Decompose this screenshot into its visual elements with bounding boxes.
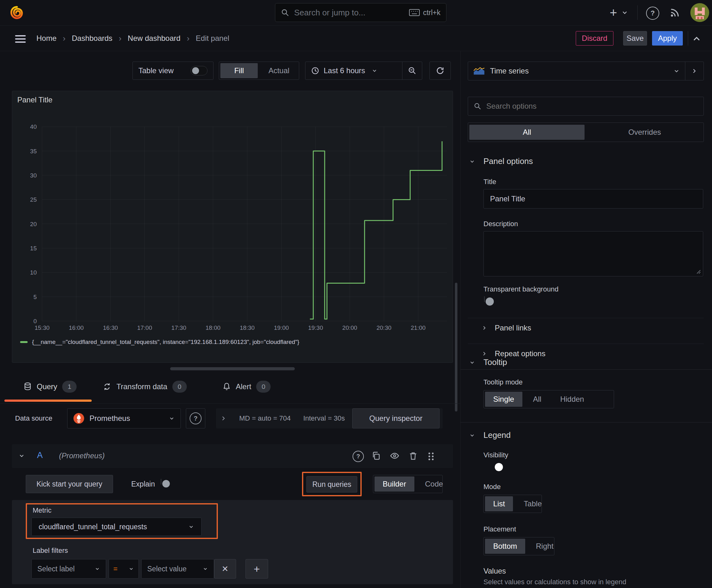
tooltip-header[interactable]: Tooltip	[469, 357, 507, 367]
panel-options-header[interactable]: Panel options	[469, 156, 533, 166]
database-icon	[24, 382, 32, 391]
tooltip-heading: Tooltip	[483, 357, 507, 367]
legend-mode-table[interactable]: Table	[516, 496, 550, 511]
add-menu-chevron[interactable]	[621, 9, 628, 16]
search-input[interactable]	[294, 7, 405, 18]
time-series-chart[interactable]: 051015202530354015:3016:0016:3017:0017:3…	[12, 91, 453, 362]
tab-query[interactable]: Query 1	[24, 381, 77, 393]
metric-label: Metric	[33, 506, 51, 514]
operator-dropdown[interactable]: =	[109, 559, 139, 579]
apply-button[interactable]: Apply	[652, 31, 683, 45]
query-inspector-button[interactable]: Query inspector	[352, 408, 439, 428]
user-avatar[interactable]	[690, 3, 709, 22]
add-filter-button[interactable]: +	[245, 559, 268, 579]
tooltip-mode-single[interactable]: Single	[485, 392, 522, 407]
refresh-button[interactable]	[429, 62, 451, 80]
options-search[interactable]	[468, 97, 704, 115]
fill-option[interactable]: Fill	[220, 63, 258, 78]
query-ref-id[interactable]: A	[37, 450, 43, 460]
filter-tab-all[interactable]: All	[469, 125, 585, 140]
save-button[interactable]: Save	[623, 31, 647, 45]
toggle-query-visibility-button[interactable]	[390, 451, 400, 460]
legend-placement-label: Placement	[483, 525, 516, 533]
tooltip-mode-hidden[interactable]: Hidden	[552, 392, 592, 407]
select-label-placeholder: Select label	[37, 565, 94, 573]
time-range-picker[interactable]: Last 6 hours	[305, 66, 402, 75]
description-label: Description	[483, 220, 518, 228]
toggle-knob	[486, 297, 494, 306]
svg-text:18:00: 18:00	[206, 324, 221, 331]
select-value-dropdown[interactable]: Select value	[141, 559, 214, 579]
kickstart-query-button[interactable]: Kick start your query	[26, 475, 113, 493]
nav-divider	[688, 31, 688, 45]
visualization-select[interactable]: Time series	[468, 67, 685, 76]
panel-options-heading: Panel options	[483, 156, 533, 166]
global-search[interactable]: ctrl+k	[275, 3, 447, 22]
news-button[interactable]	[669, 7, 680, 18]
datasource-help-button[interactable]: ?	[186, 408, 205, 428]
svg-text:20: 20	[30, 221, 37, 227]
run-queries-button[interactable]: Run queries	[306, 476, 357, 492]
query-help-button[interactable]: ?	[352, 451, 364, 462]
help-button[interactable]: ?	[646, 6, 659, 20]
legend-item[interactable]: {__name__="cloudflared_tunnel_total_requ…	[20, 339, 299, 345]
grafana-app: ctrl+k + ?	[0, 0, 712, 588]
breadcrumb-home[interactable]: Home	[37, 34, 57, 43]
svg-text:35: 35	[30, 148, 37, 154]
query-row-header: A (Prometheus) ?	[12, 444, 453, 468]
svg-text:10: 10	[30, 269, 37, 276]
filter-tab-overrides[interactable]: Overrides	[587, 125, 702, 140]
viz-suggestions-button[interactable]	[685, 62, 704, 80]
grafana-logo[interactable]	[9, 5, 24, 20]
trash-icon	[408, 451, 418, 460]
explain-toggle[interactable]	[161, 479, 161, 485]
copy-icon	[371, 451, 381, 460]
query-collapse-button[interactable]	[18, 452, 25, 459]
builder-option[interactable]: Builder	[374, 477, 414, 491]
svg-text:18:30: 18:30	[240, 324, 255, 331]
delete-query-button[interactable]	[408, 451, 418, 460]
legend-placement-right[interactable]: Right	[528, 539, 562, 554]
tab-alert[interactable]: Alert 0	[222, 381, 271, 393]
builder-code-control: Builder Code	[373, 475, 443, 493]
legend-mode-list[interactable]: List	[485, 496, 513, 511]
panel-resize-handle[interactable]	[170, 367, 295, 370]
select-label-dropdown[interactable]: Select label	[31, 559, 106, 579]
rss-icon	[669, 7, 680, 18]
metric-select[interactable]: cloudflared_tunnel_total_requests	[31, 518, 201, 536]
code-option[interactable]: Code	[417, 477, 451, 491]
legend-header[interactable]: Legend	[469, 430, 511, 440]
description-textarea[interactable]	[483, 231, 703, 276]
metric-value: cloudflared_tunnel_total_requests	[39, 523, 188, 531]
tab-transform[interactable]: Transform data 0	[103, 381, 187, 393]
main-scrollbar[interactable]	[455, 283, 457, 412]
resize-handle-icon[interactable]	[696, 269, 701, 274]
legend-heading: Legend	[483, 430, 511, 440]
actual-option[interactable]: Actual	[260, 63, 298, 78]
avatar-image	[690, 3, 709, 22]
menu-toggle-button[interactable]	[15, 33, 26, 45]
panel-links-section[interactable]: Panel links	[481, 323, 531, 332]
tooltip-mode-all[interactable]: All	[525, 392, 550, 407]
duplicate-query-button[interactable]	[371, 451, 381, 460]
options-search-input[interactable]	[486, 102, 698, 111]
breadcrumb-new-dashboard[interactable]: New dashboard	[128, 34, 180, 43]
datasource-picker[interactable]: Prometheus	[67, 408, 181, 428]
add-button[interactable]: +	[606, 6, 620, 19]
transparent-background-toggle[interactable]	[484, 296, 485, 302]
transform-icon	[103, 382, 111, 391]
search-icon	[281, 8, 289, 17]
panel-title-input[interactable]	[483, 189, 703, 209]
discard-button[interactable]: Discard	[576, 31, 613, 45]
tooltip-mode-label: Tooltip mode	[483, 378, 523, 386]
breadcrumb-separator: ›	[118, 34, 122, 43]
breadcrumb-dashboards[interactable]: Dashboards	[72, 34, 112, 43]
repeat-options-section[interactable]: Repeat options	[481, 349, 545, 358]
svg-text:21:00: 21:00	[411, 324, 426, 331]
remove-filter-button[interactable]: ✕	[214, 559, 236, 579]
collapse-options-button[interactable]	[692, 34, 701, 43]
zoom-out-button[interactable]	[402, 62, 422, 80]
legend-placement-bottom[interactable]: Bottom	[485, 539, 525, 554]
table-view-toggle[interactable]	[191, 66, 208, 76]
drag-query-handle[interactable]	[427, 452, 435, 461]
